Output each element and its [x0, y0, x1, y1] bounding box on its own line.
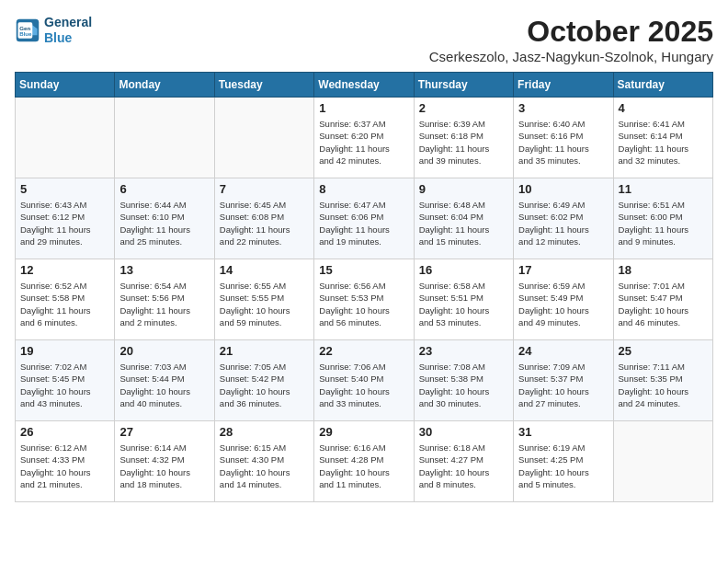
calendar-cell	[214, 98, 313, 178]
calendar-cell: 31Sunrise: 6:19 AM Sunset: 4:25 PM Dayli…	[514, 421, 613, 502]
calendar-cell: 10Sunrise: 6:49 AM Sunset: 6:02 PM Dayli…	[514, 178, 613, 259]
day-number: 14	[220, 263, 309, 277]
page-header: Gen Blue General Blue October 2025 Cserk…	[15, 15, 713, 64]
calendar-cell: 14Sunrise: 6:55 AM Sunset: 5:55 PM Dayli…	[214, 259, 313, 340]
day-info: Sunrise: 6:43 AM Sunset: 6:12 PM Dayligh…	[20, 199, 109, 247]
day-info: Sunrise: 6:39 AM Sunset: 6:18 PM Dayligh…	[419, 118, 508, 167]
calendar-cell: 1Sunrise: 6:37 AM Sunset: 6:20 PM Daylig…	[314, 98, 414, 178]
calendar-cell: 3Sunrise: 6:40 AM Sunset: 6:16 PM Daylig…	[514, 98, 613, 178]
svg-text:Blue: Blue	[19, 30, 32, 37]
day-number: 22	[319, 344, 408, 358]
title-block: October 2025 Cserkeszolo, Jasz-Nagykun-S…	[429, 15, 713, 64]
day-info: Sunrise: 7:08 AM Sunset: 5:38 PM Dayligh…	[419, 361, 508, 409]
calendar-week-row: 19Sunrise: 7:02 AM Sunset: 5:45 PM Dayli…	[16, 340, 713, 421]
day-number: 2	[419, 101, 508, 115]
day-number: 21	[220, 344, 309, 358]
location-title: Cserkeszolo, Jasz-Nagykun-Szolnok, Hunga…	[429, 49, 713, 64]
calendar-cell: 7Sunrise: 6:45 AM Sunset: 6:08 PM Daylig…	[214, 178, 313, 259]
day-info: Sunrise: 7:09 AM Sunset: 5:37 PM Dayligh…	[518, 361, 608, 409]
day-info: Sunrise: 6:59 AM Sunset: 5:49 PM Dayligh…	[518, 280, 608, 328]
day-info: Sunrise: 7:05 AM Sunset: 5:42 PM Dayligh…	[220, 361, 309, 409]
day-info: Sunrise: 6:55 AM Sunset: 5:55 PM Dayligh…	[220, 280, 309, 328]
day-number: 16	[419, 263, 508, 277]
calendar-cell: 4Sunrise: 6:41 AM Sunset: 6:14 PM Daylig…	[613, 98, 712, 178]
calendar-week-row: 26Sunrise: 6:12 AM Sunset: 4:33 PM Dayli…	[16, 421, 713, 502]
day-info: Sunrise: 6:54 AM Sunset: 5:56 PM Dayligh…	[119, 280, 209, 328]
calendar-week-row: 1Sunrise: 6:37 AM Sunset: 6:20 PM Daylig…	[16, 98, 713, 178]
calendar-cell	[613, 421, 712, 502]
day-info: Sunrise: 6:51 AM Sunset: 6:00 PM Dayligh…	[619, 199, 708, 247]
day-info: Sunrise: 6:45 AM Sunset: 6:08 PM Dayligh…	[220, 199, 309, 247]
day-number: 26	[20, 425, 109, 439]
calendar-cell	[16, 98, 115, 178]
calendar-cell: 18Sunrise: 7:01 AM Sunset: 5:47 PM Dayli…	[613, 259, 712, 340]
day-info: Sunrise: 6:58 AM Sunset: 5:51 PM Dayligh…	[419, 280, 508, 328]
logo-icon: Gen Blue	[15, 17, 40, 43]
weekday-header-wednesday: Wednesday	[314, 73, 414, 98]
day-number: 6	[119, 182, 209, 196]
calendar-cell: 27Sunrise: 6:14 AM Sunset: 4:32 PM Dayli…	[115, 421, 214, 502]
day-info: Sunrise: 6:44 AM Sunset: 6:10 PM Dayligh…	[119, 199, 209, 247]
calendar-cell: 19Sunrise: 7:02 AM Sunset: 5:45 PM Dayli…	[16, 340, 115, 421]
day-number: 29	[319, 425, 408, 439]
calendar-cell: 8Sunrise: 6:47 AM Sunset: 6:06 PM Daylig…	[314, 178, 414, 259]
calendar-cell: 12Sunrise: 6:52 AM Sunset: 5:58 PM Dayli…	[16, 259, 115, 340]
day-info: Sunrise: 6:15 AM Sunset: 4:30 PM Dayligh…	[220, 442, 309, 490]
day-number: 18	[619, 263, 708, 277]
day-number: 5	[20, 182, 109, 196]
logo-text: General Blue	[44, 15, 92, 46]
day-info: Sunrise: 6:41 AM Sunset: 6:14 PM Dayligh…	[619, 118, 708, 167]
month-title: October 2025	[429, 15, 713, 49]
day-info: Sunrise: 6:14 AM Sunset: 4:32 PM Dayligh…	[119, 442, 209, 490]
day-number: 7	[220, 182, 309, 196]
calendar-cell: 15Sunrise: 6:56 AM Sunset: 5:53 PM Dayli…	[314, 259, 414, 340]
logo-line2: Blue	[44, 30, 72, 45]
day-info: Sunrise: 6:48 AM Sunset: 6:04 PM Dayligh…	[419, 199, 508, 247]
day-number: 27	[119, 425, 209, 439]
calendar-cell: 16Sunrise: 6:58 AM Sunset: 5:51 PM Dayli…	[414, 259, 513, 340]
calendar-week-row: 12Sunrise: 6:52 AM Sunset: 5:58 PM Dayli…	[16, 259, 713, 340]
calendar-cell: 25Sunrise: 7:11 AM Sunset: 5:35 PM Dayli…	[613, 340, 712, 421]
calendar-cell: 5Sunrise: 6:43 AM Sunset: 6:12 PM Daylig…	[16, 178, 115, 259]
day-number: 28	[220, 425, 309, 439]
weekday-header-tuesday: Tuesday	[214, 73, 313, 98]
day-info: Sunrise: 6:56 AM Sunset: 5:53 PM Dayligh…	[319, 280, 408, 328]
day-info: Sunrise: 7:11 AM Sunset: 5:35 PM Dayligh…	[619, 361, 708, 409]
day-number: 17	[518, 263, 608, 277]
calendar-cell: 23Sunrise: 7:08 AM Sunset: 5:38 PM Dayli…	[414, 340, 513, 421]
day-number: 3	[518, 101, 608, 115]
day-info: Sunrise: 6:19 AM Sunset: 4:25 PM Dayligh…	[518, 442, 608, 490]
calendar-cell: 24Sunrise: 7:09 AM Sunset: 5:37 PM Dayli…	[514, 340, 613, 421]
calendar-cell: 2Sunrise: 6:39 AM Sunset: 6:18 PM Daylig…	[414, 98, 513, 178]
weekday-header-thursday: Thursday	[414, 73, 513, 98]
calendar-cell: 21Sunrise: 7:05 AM Sunset: 5:42 PM Dayli…	[214, 340, 313, 421]
day-number: 11	[619, 182, 708, 196]
weekday-header-friday: Friday	[514, 73, 613, 98]
day-info: Sunrise: 6:49 AM Sunset: 6:02 PM Dayligh…	[518, 199, 608, 247]
day-info: Sunrise: 6:12 AM Sunset: 4:33 PM Dayligh…	[20, 442, 109, 490]
day-number: 20	[119, 344, 209, 358]
calendar-cell: 26Sunrise: 6:12 AM Sunset: 4:33 PM Dayli…	[16, 421, 115, 502]
day-info: Sunrise: 7:03 AM Sunset: 5:44 PM Dayligh…	[119, 361, 209, 409]
calendar-cell: 13Sunrise: 6:54 AM Sunset: 5:56 PM Dayli…	[115, 259, 214, 340]
day-info: Sunrise: 6:52 AM Sunset: 5:58 PM Dayligh…	[20, 280, 109, 328]
day-info: Sunrise: 6:18 AM Sunset: 4:27 PM Dayligh…	[419, 442, 508, 490]
weekday-header-sunday: Sunday	[16, 73, 115, 98]
day-number: 23	[419, 344, 508, 358]
day-number: 9	[419, 182, 508, 196]
day-info: Sunrise: 6:40 AM Sunset: 6:16 PM Dayligh…	[518, 118, 608, 167]
calendar-cell: 22Sunrise: 7:06 AM Sunset: 5:40 PM Dayli…	[314, 340, 414, 421]
weekday-header-row: SundayMondayTuesdayWednesdayThursdayFrid…	[16, 73, 713, 98]
calendar-cell: 28Sunrise: 6:15 AM Sunset: 4:30 PM Dayli…	[214, 421, 313, 502]
day-number: 13	[119, 263, 209, 277]
calendar-cell: 17Sunrise: 6:59 AM Sunset: 5:49 PM Dayli…	[514, 259, 613, 340]
calendar-week-row: 5Sunrise: 6:43 AM Sunset: 6:12 PM Daylig…	[16, 178, 713, 259]
calendar-cell: 6Sunrise: 6:44 AM Sunset: 6:10 PM Daylig…	[115, 178, 214, 259]
calendar-cell: 20Sunrise: 7:03 AM Sunset: 5:44 PM Dayli…	[115, 340, 214, 421]
logo-line1: General	[44, 15, 92, 30]
day-info: Sunrise: 6:37 AM Sunset: 6:20 PM Dayligh…	[319, 118, 408, 167]
day-number: 4	[619, 101, 708, 115]
day-number: 30	[419, 425, 508, 439]
calendar-cell: 11Sunrise: 6:51 AM Sunset: 6:00 PM Dayli…	[613, 178, 712, 259]
day-number: 19	[20, 344, 109, 358]
